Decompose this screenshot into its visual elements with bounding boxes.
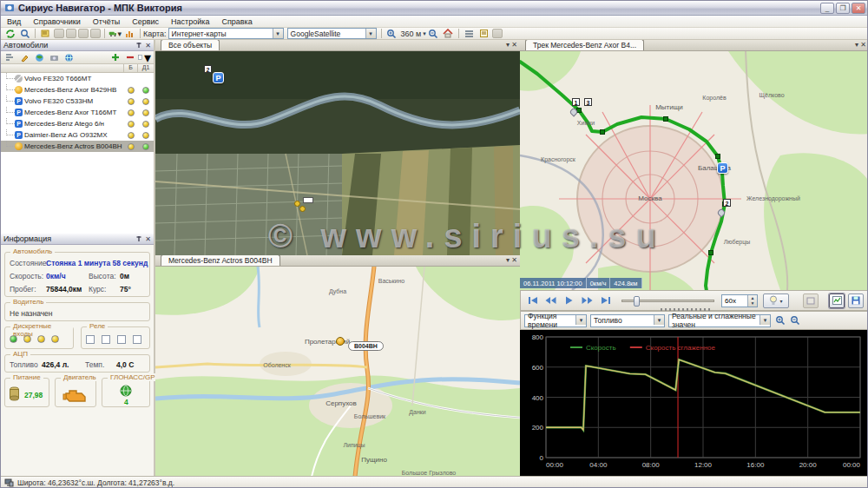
vehicle-row[interactable]: PMercedes-Benz Axor Т166МТ <box>1 107 154 118</box>
relay-group: Реле <box>81 326 150 349</box>
vehicle-row[interactable]: PMercedes-Benz Atego 6/н <box>1 118 154 129</box>
pin-icon[interactable] <box>135 235 142 242</box>
restore-button[interactable]: ❐ <box>836 3 850 14</box>
route-button[interactable] <box>803 293 819 308</box>
view-mode-dropdown[interactable]: ▾ <box>138 52 151 63</box>
pane-close-icon[interactable]: ✕ <box>511 256 517 264</box>
track-parking-marker[interactable]: P <box>717 162 728 174</box>
lamp-dropdown-button[interactable]: ▾ <box>763 293 789 308</box>
menu-item[interactable]: Справочники <box>27 16 87 28</box>
gps-satellites-count: 4 <box>124 398 128 406</box>
menu-item[interactable]: Настройка <box>165 16 215 28</box>
zoom-in-icon[interactable] <box>385 28 398 39</box>
status-dot-yellow <box>142 121 149 128</box>
close-button[interactable]: ✕ <box>852 3 865 14</box>
chart-parameter-select[interactable]: Топливо▾ <box>590 314 665 327</box>
vehicles-panel-header: Автомобили ✕ <box>1 40 154 51</box>
track-badge-2[interactable]: 2 <box>723 199 731 207</box>
refresh-icon[interactable] <box>3 28 16 39</box>
save-button[interactable] <box>848 293 864 308</box>
chart-zoom-out-icon[interactable] <box>788 315 801 326</box>
chart-values-select[interactable]: Реальные и сглаженные значен▾ <box>668 314 771 327</box>
close-panel-icon[interactable]: ✕ <box>145 42 151 49</box>
fast-forward-icon[interactable] <box>580 293 595 307</box>
pane-menu-icon[interactable]: ▾ <box>506 256 510 264</box>
pane-close-icon[interactable]: ✕ <box>511 41 517 49</box>
play-icon[interactable] <box>562 293 576 307</box>
globe-green-icon[interactable] <box>33 52 46 63</box>
marker-badge[interactable]: 2 <box>204 65 212 73</box>
chart-mode-select[interactable]: Функция времени▾ <box>524 314 587 327</box>
menu-item[interactable]: Справка <box>215 16 258 28</box>
map-city-label: Данки <box>409 409 425 415</box>
notes-icon[interactable] <box>477 28 490 39</box>
home-icon[interactable] <box>442 28 455 39</box>
chart-tool-icon[interactable] <box>123 28 136 39</box>
relay-checkbox[interactable] <box>133 335 141 344</box>
vehicle-position-marker[interactable]: В004ВН <box>348 336 384 352</box>
map-provider-select[interactable]: Интернет-карты▾ <box>168 28 284 39</box>
battery-icon <box>9 386 20 401</box>
satellite-map[interactable]: 2 P <box>155 51 520 255</box>
pane-menu-icon[interactable]: ▾ <box>855 41 858 49</box>
street-map-vehicle[interactable]: ВаськиноДубнаПролетарскийОболенскСерпухо… <box>155 267 520 477</box>
pin-icon[interactable] <box>135 42 142 49</box>
map-scale-value[interactable]: 360 м <box>401 30 422 38</box>
playback-speed-spinner[interactable]: 60x▲▼ <box>721 294 758 307</box>
add-vehicle-icon[interactable] <box>108 52 122 63</box>
pane-close-icon[interactable]: ✕ <box>860 41 866 49</box>
show-chart-button[interactable] <box>829 293 845 308</box>
track-badge-3[interactable]: 3 <box>584 98 592 106</box>
globe-blue-icon[interactable] <box>62 52 76 63</box>
chart-zoom-in-icon[interactable] <box>773 315 786 326</box>
vehicle-row[interactable]: Mercedes-Benz Actros В004ВН <box>1 141 154 152</box>
street-map-track[interactable]: ХимкиМытищиКоролёвЩёлковоБалашихаЖелезно… <box>520 51 868 290</box>
skip-start-icon[interactable] <box>525 293 540 307</box>
track-badge-1[interactable]: 1 <box>572 98 580 106</box>
skip-end-icon[interactable] <box>598 293 613 307</box>
map-track-tab[interactable]: Трек Mercedes-Benz Axor В4... <box>525 40 644 50</box>
playback-slider[interactable] <box>621 300 714 302</box>
menu-item[interactable]: Вид <box>1 16 27 28</box>
column-d1[interactable]: Д1 <box>138 64 154 72</box>
splitter-handle[interactable] <box>661 308 713 311</box>
vehicle-tracking-icon[interactable]: ▾ <box>108 28 122 39</box>
connection-icon <box>4 478 14 487</box>
relay-checkbox[interactable] <box>86 335 95 344</box>
zoom-out-icon[interactable] <box>427 28 440 39</box>
vehicles-toolbar: ▾ <box>1 51 154 64</box>
column-b[interactable]: Б <box>124 64 138 72</box>
menu-item[interactable]: Сервис <box>126 16 165 28</box>
slider-handle[interactable] <box>634 296 640 307</box>
fuel-chart[interactable]: 020040060080000:0004:0008:0012:0016:0020… <box>520 330 868 477</box>
map-vehicle-tab[interactable]: Mercedes-Benz Actros В004ВН <box>161 255 280 266</box>
map-layer-select[interactable]: GoogleSatellite▾ <box>287 28 377 39</box>
parking-marker[interactable]: P <box>213 72 224 83</box>
minimize-button[interactable]: _ <box>820 3 834 14</box>
vehicle-name: Mercedes-Benz Axor Т166МТ <box>24 109 124 116</box>
menu-item[interactable]: Отчёты <box>87 16 126 28</box>
remove-vehicle-icon[interactable] <box>123 52 136 63</box>
sort-icon[interactable] <box>3 52 16 63</box>
list-view-icon[interactable] <box>463 28 476 39</box>
relay-checkbox[interactable] <box>102 335 110 344</box>
vehicle-row[interactable]: Volvo FE320 Т666МТ <box>1 73 154 84</box>
title-bar[interactable]: Сириус Навигатор - МПК Виктория _ ❐ ✕ <box>1 1 868 16</box>
vehicle-row[interactable]: Mercedes-Benz Axor В429НВ <box>1 84 154 96</box>
vehicle-name: Volvo FE320 С533НМ <box>24 97 124 105</box>
map-city-label: Дубна <box>329 288 346 294</box>
edit-icon[interactable] <box>39 28 52 39</box>
vehicle-row[interactable]: PVolvo FE320 С533НМ <box>1 96 154 107</box>
close-panel-icon[interactable]: ✕ <box>145 235 151 243</box>
pane-menu-icon[interactable]: ▾ <box>506 41 510 49</box>
rewind-icon[interactable] <box>543 293 558 307</box>
relay-checkbox[interactable] <box>117 335 126 344</box>
search-icon[interactable] <box>18 28 31 39</box>
svg-text:16:00: 16:00 <box>746 461 765 469</box>
map-city-label: Красногорск <box>541 156 575 162</box>
chart-toolbar: Функция времени▾ Топливо▾ Реальные и сгл… <box>520 311 868 330</box>
camera-icon[interactable] <box>48 52 61 63</box>
vehicle-row[interactable]: PDaimler-Benz AG О932МХ <box>1 129 154 141</box>
brush-icon[interactable] <box>18 52 31 63</box>
map-all-tab[interactable]: Все объекты <box>161 40 220 50</box>
